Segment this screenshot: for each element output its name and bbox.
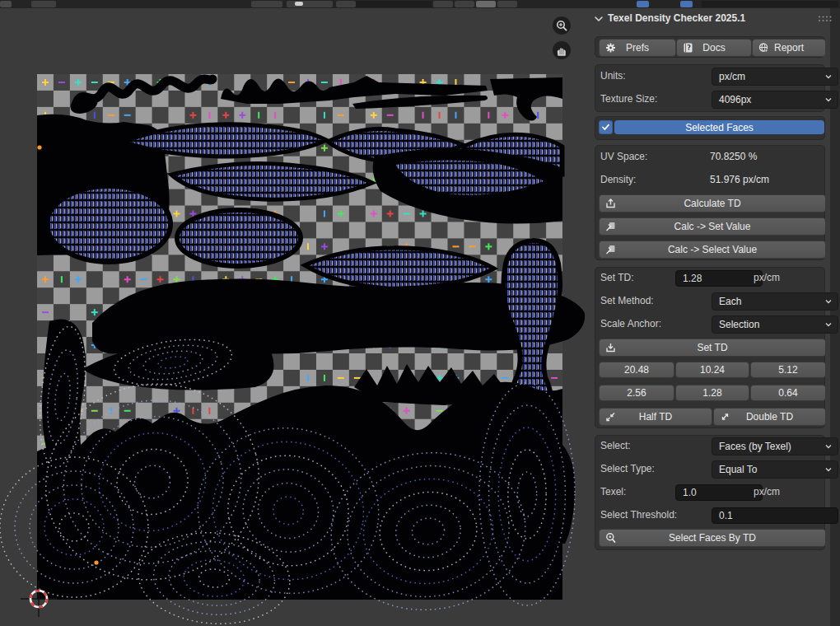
report-button[interactable]: Report bbox=[752, 39, 826, 57]
select-type-value: Equal To bbox=[719, 464, 757, 475]
preset-label: 0.64 bbox=[778, 387, 797, 399]
topbar-field[interactable] bbox=[702, 1, 838, 7]
pan-gadget-button[interactable] bbox=[553, 41, 571, 59]
set-td-label: Set TD: bbox=[600, 269, 633, 286]
shrink-arrows-icon bbox=[605, 412, 616, 423]
panel-drag-dots[interactable] bbox=[818, 15, 833, 23]
preset-td-button[interactable]: 10.24 bbox=[675, 362, 749, 378]
set-method-value: Each bbox=[719, 296, 741, 307]
set-method-dropdown[interactable]: Each bbox=[712, 292, 838, 311]
preset-td-button[interactable]: 5.12 bbox=[750, 362, 826, 378]
select-label: Select: bbox=[600, 437, 631, 454]
set-td-button-label: Set TD bbox=[697, 342, 727, 353]
select-mode-dropdown[interactable]: Faces (by Texel) bbox=[712, 437, 838, 455]
docs-button[interactable]: ? Docs bbox=[676, 39, 752, 57]
calculate-td-button[interactable]: Calculate TD bbox=[599, 194, 826, 213]
density-label: Density: bbox=[600, 171, 636, 188]
blender-uv-editor-window: Texel Density Checker 2025.1 Prefs ? Doc… bbox=[0, 0, 840, 626]
scale-anchor-dropdown[interactable]: Selection bbox=[712, 315, 838, 334]
chevron-down-icon bbox=[824, 320, 833, 329]
half-td-label: Half TD bbox=[639, 411, 672, 423]
docs-label: Docs bbox=[702, 42, 725, 54]
texture-size-value: 4096px bbox=[719, 94, 751, 105]
preset-label: 5.12 bbox=[778, 364, 797, 376]
chevron-down-icon bbox=[824, 72, 833, 81]
pinned-uv-vertex bbox=[37, 145, 41, 149]
select-type-label: Select Type: bbox=[600, 460, 655, 477]
texture-size-dropdown[interactable]: 4096px bbox=[712, 91, 838, 109]
topbar-icon bbox=[295, 2, 303, 6]
collapse-chevron-icon[interactable] bbox=[594, 14, 604, 24]
texel-units: px/cm bbox=[754, 484, 780, 500]
selected-faces-label: Selected Faces bbox=[685, 122, 754, 133]
selected-faces-checkbox[interactable] bbox=[599, 120, 613, 134]
set-method-label: Set Method: bbox=[600, 292, 654, 309]
zoom-gadget-button[interactable] bbox=[553, 16, 571, 35]
preset-td-button[interactable]: 2.56 bbox=[599, 385, 674, 401]
uv-editor-canvas[interactable] bbox=[0, 0, 586, 626]
set-td-button[interactable]: Set TD bbox=[599, 339, 826, 357]
chevron-down-icon bbox=[824, 297, 833, 306]
scale-anchor-label: Scale Anchor: bbox=[600, 315, 661, 332]
select-type-dropdown[interactable]: Equal To bbox=[712, 460, 838, 479]
pinned-uv-vertex bbox=[94, 560, 98, 564]
preset-td-button[interactable]: 0.64 bbox=[750, 385, 826, 401]
editor-header-strip bbox=[0, 0, 840, 8]
topbar-widget[interactable] bbox=[251, 1, 282, 7]
scale-anchor-value: Selection bbox=[719, 319, 759, 330]
export-up-icon bbox=[605, 199, 616, 209]
topbar-widget[interactable] bbox=[497, 1, 517, 7]
pan-hand-icon bbox=[556, 44, 567, 56]
expand-arrows-icon bbox=[720, 412, 730, 423]
units-value: px/cm bbox=[719, 71, 745, 82]
import-down-icon bbox=[605, 343, 616, 353]
double-td-button[interactable]: Double TD bbox=[713, 408, 826, 426]
select-faces-by-td-button[interactable]: Select Faces By TD bbox=[599, 529, 826, 547]
calc-select-value-button[interactable]: Calc -> Select Value bbox=[599, 241, 826, 259]
svg-text:?: ? bbox=[687, 44, 691, 52]
units-label: Units: bbox=[600, 68, 626, 84]
set-td-units: px/cm bbox=[754, 269, 780, 286]
chevron-down-icon bbox=[824, 465, 833, 474]
topbar-widget[interactable] bbox=[476, 1, 496, 7]
report-label: Report bbox=[774, 42, 804, 54]
preset-label: 2.56 bbox=[627, 387, 646, 399]
topbar-widget[interactable] bbox=[0, 1, 12, 7]
texel-input[interactable] bbox=[675, 484, 763, 501]
calculate-td-label: Calculate TD bbox=[684, 198, 740, 209]
copy-arrow-icon bbox=[605, 245, 616, 255]
globe-cursor-icon bbox=[758, 43, 769, 54]
chevron-down-icon bbox=[824, 442, 833, 451]
copy-arrow-icon bbox=[605, 222, 616, 232]
topbar-widget[interactable] bbox=[433, 1, 453, 7]
selected-faces-toggle[interactable]: Selected Faces bbox=[614, 120, 824, 134]
select-threshold-input[interactable] bbox=[712, 507, 838, 524]
select-mode-value: Faces (by Texel) bbox=[719, 441, 791, 452]
topbar-widget[interactable] bbox=[31, 1, 56, 7]
topbar-widget[interactable] bbox=[455, 1, 474, 7]
double-td-label: Double TD bbox=[746, 411, 793, 423]
half-td-button[interactable]: Half TD bbox=[599, 408, 712, 426]
topbar-toggle[interactable] bbox=[680, 1, 693, 7]
preset-label: 20.48 bbox=[624, 364, 649, 376]
prefs-label: Prefs bbox=[626, 42, 649, 54]
prefs-button[interactable]: Prefs bbox=[599, 39, 676, 57]
units-dropdown[interactable]: px/cm bbox=[712, 68, 838, 86]
calc-select-value-label: Calc -> Select Value bbox=[668, 244, 757, 255]
texel-label: Texel: bbox=[600, 484, 626, 500]
book-question-icon: ? bbox=[683, 43, 693, 54]
uv-space-label: UV Space: bbox=[600, 148, 647, 165]
set-td-input[interactable] bbox=[675, 270, 763, 287]
topbar-field[interactable] bbox=[356, 1, 432, 7]
check-icon bbox=[601, 123, 610, 132]
panel-title[interactable]: Texel Density Checker 2025.1 bbox=[608, 12, 745, 24]
select-threshold-label: Select Threshold: bbox=[600, 507, 677, 523]
calc-set-value-button[interactable]: Calc -> Set Value bbox=[599, 217, 826, 236]
preset-td-button[interactable]: 1.28 bbox=[675, 385, 749, 401]
density-value: 51.976 px/cm bbox=[710, 171, 769, 188]
preset-td-button[interactable]: 20.48 bbox=[599, 362, 674, 378]
topbar-widget[interactable] bbox=[287, 1, 333, 7]
topbar-toggle[interactable] bbox=[637, 1, 649, 7]
topbar-widget[interactable] bbox=[336, 1, 356, 7]
chevron-down-icon bbox=[824, 96, 833, 104]
